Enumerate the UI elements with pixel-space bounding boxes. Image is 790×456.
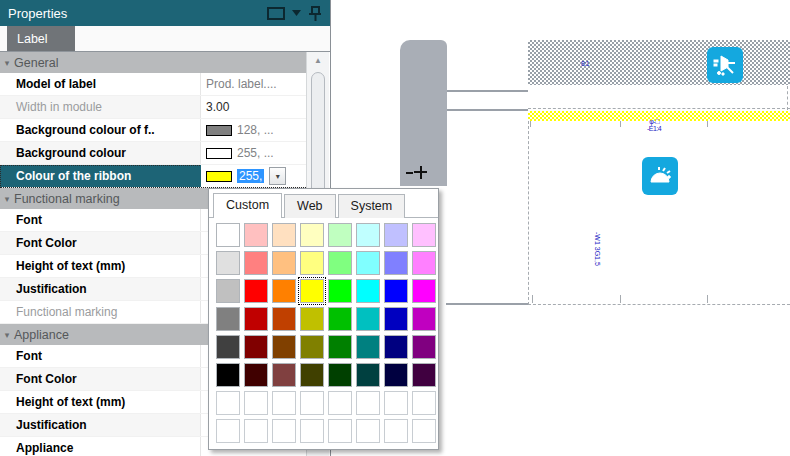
color-swatch-004000[interactable] — [328, 363, 352, 387]
custom-color-slot[interactable] — [356, 391, 380, 415]
wire-line-3[interactable] — [446, 303, 528, 305]
color-swatch-ff80ff[interactable] — [412, 251, 436, 275]
color-swatch-800080[interactable] — [412, 335, 436, 359]
color-swatch-0000c0[interactable] — [384, 307, 408, 331]
color-swatch-c000c0[interactable] — [412, 307, 436, 331]
color-swatch-804000[interactable] — [272, 335, 296, 359]
property-value[interactable]: Prod. label.... — [201, 73, 306, 95]
custom-color-slot[interactable] — [244, 391, 268, 415]
color-swatch-00c0c0[interactable] — [356, 307, 380, 331]
color-swatch-400000[interactable] — [244, 363, 268, 387]
color-swatch-ffe0c0[interactable] — [272, 223, 296, 247]
custom-color-slot[interactable] — [328, 391, 352, 415]
color-swatch-ff8080[interactable] — [244, 251, 268, 275]
pin-icon[interactable] — [308, 6, 322, 21]
color-swatch-008000[interactable] — [328, 335, 352, 359]
property-value[interactable]: 128, ... — [201, 119, 306, 141]
color-swatch-c00000[interactable] — [244, 307, 268, 331]
color-swatch-c0c0ff[interactable] — [384, 223, 408, 247]
color-swatch-ff8000[interactable] — [272, 279, 296, 303]
property-row-background-colour[interactable]: Background colour255, ... — [0, 142, 306, 165]
section-header-general[interactable]: ▾General — [0, 52, 306, 73]
property-label: Font Color — [0, 368, 201, 390]
window-mode-icon[interactable] — [267, 7, 285, 20]
property-value[interactable]: 3.00 — [201, 96, 306, 118]
color-swatch-400040[interactable] — [412, 363, 436, 387]
color-swatch-404000[interactable] — [300, 363, 324, 387]
panel-titlebar[interactable]: Properties — [0, 0, 330, 26]
custom-color-slot[interactable] — [244, 419, 268, 443]
tab-system[interactable]: System — [338, 194, 406, 218]
wire-line-2[interactable] — [447, 109, 528, 111]
custom-color-slot[interactable] — [300, 419, 324, 443]
custom-color-slot[interactable] — [272, 419, 296, 443]
color-swatch-80ff80[interactable] — [328, 251, 352, 275]
color-swatch-ffc0ff[interactable] — [412, 223, 436, 247]
color-swatch-80ffff[interactable] — [356, 251, 380, 275]
color-swatch-ffffc0[interactable] — [300, 223, 324, 247]
custom-color-slot[interactable] — [356, 419, 380, 443]
dropdown-arrow-icon[interactable] — [292, 10, 301, 16]
color-swatch-c0ffff[interactable] — [356, 223, 380, 247]
color-swatch-800000[interactable] — [244, 335, 268, 359]
custom-color-slot[interactable] — [412, 419, 436, 443]
color-swatch-00ffff[interactable] — [356, 279, 380, 303]
panel-title: Properties — [8, 6, 267, 21]
custom-color-slot[interactable] — [384, 391, 408, 415]
component-symbol-heater[interactable] — [642, 157, 678, 195]
property-row-background-colour-of-f[interactable]: Background colour of f..128, ... — [0, 119, 306, 142]
property-row-model-of-label[interactable]: Model of labelProd. label.... — [0, 73, 306, 96]
scrollbar-up-arrow-icon[interactable]: ▲ — [307, 52, 329, 68]
property-label: Height of text (mm) — [0, 255, 201, 277]
color-swatch-000080[interactable] — [384, 335, 408, 359]
color-swatch-ffc0c0[interactable] — [244, 223, 268, 247]
cable-duct-shape[interactable] — [400, 40, 447, 186]
color-swatch-ffffff[interactable] — [216, 223, 240, 247]
property-row-colour-of-the-ribbon[interactable]: Colour of the ribbon255,▾ — [0, 165, 306, 188]
color-dropdown-button[interactable]: ▾ — [269, 167, 286, 185]
custom-color-slot[interactable] — [272, 391, 296, 415]
color-swatch-c0ffc0[interactable] — [328, 223, 352, 247]
tab-custom[interactable]: Custom — [213, 193, 282, 218]
color-swatch-c0c000[interactable] — [300, 307, 324, 331]
wire-line-1[interactable] — [447, 90, 528, 92]
section-label: General — [14, 56, 58, 70]
color-swatch-000000[interactable] — [216, 363, 240, 387]
color-swatch-808000[interactable] — [300, 335, 324, 359]
color-swatch-00c000[interactable] — [328, 307, 352, 331]
tab-label[interactable]: Label — [7, 26, 75, 51]
color-swatch-808080[interactable] — [216, 307, 240, 331]
color-swatch-404040[interactable] — [216, 335, 240, 359]
custom-color-slot[interactable] — [300, 391, 324, 415]
color-swatch-8080ff[interactable] — [384, 251, 408, 275]
custom-color-slot[interactable] — [216, 419, 240, 443]
tab-web[interactable]: Web — [284, 194, 335, 218]
color-swatch-ffc080[interactable] — [272, 251, 296, 275]
custom-color-slot[interactable] — [384, 419, 408, 443]
color-swatch-ff0000[interactable] — [244, 279, 268, 303]
collapse-arrow-icon[interactable]: ▾ — [0, 330, 14, 340]
custom-color-slot[interactable] — [328, 419, 352, 443]
collapse-arrow-icon[interactable]: ▾ — [0, 194, 14, 204]
color-swatch-00ff00[interactable] — [328, 279, 352, 303]
property-value[interactable]: 255, ... — [201, 142, 306, 164]
property-value[interactable]: 255,▾ — [201, 165, 306, 187]
collapse-arrow-icon[interactable]: ▾ — [0, 58, 14, 68]
custom-color-slot[interactable] — [216, 391, 240, 415]
custom-color-slot[interactable] — [412, 391, 436, 415]
color-swatch-e0e0e0[interactable] — [216, 251, 240, 275]
color-swatch-0000ff[interactable] — [384, 279, 408, 303]
hatched-rail-band[interactable] — [528, 40, 790, 85]
color-swatch-ff00ff[interactable] — [412, 279, 436, 303]
color-swatch-c0c0c0[interactable] — [216, 279, 240, 303]
property-row-width-in-module[interactable]: Width in module3.00 — [0, 96, 306, 119]
component-symbol-motor[interactable] — [707, 47, 743, 83]
color-swatch-ffff00[interactable] — [300, 279, 324, 303]
property-label: Functional marking — [0, 301, 201, 323]
color-swatch-c04000[interactable] — [272, 307, 296, 331]
color-swatch-008080[interactable] — [356, 335, 380, 359]
color-swatch-ffff80[interactable] — [300, 251, 324, 275]
color-swatch-804040[interactable] — [272, 363, 296, 387]
color-swatch-000040[interactable] — [384, 363, 408, 387]
color-swatch-004040[interactable] — [356, 363, 380, 387]
